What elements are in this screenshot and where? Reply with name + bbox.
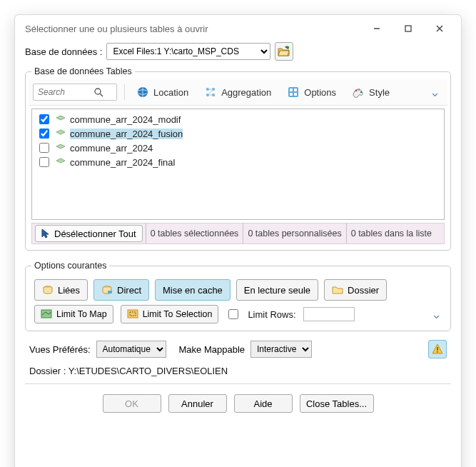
svg-rect-25	[437, 347, 437, 351]
preferred-views-label: Vues Préférés:	[29, 344, 91, 355]
row-checkbox[interactable]	[39, 129, 49, 139]
close-button[interactable]	[424, 18, 455, 39]
maximize-button[interactable]	[393, 18, 424, 39]
table-row[interactable]: commune_arr_2024_modif	[36, 112, 440, 126]
expand-toolbar-icon[interactable]: ⌄	[427, 84, 443, 100]
svg-point-18	[360, 91, 363, 94]
preferred-views-row: Vues Préférés: Automatique Make Mappable…	[25, 336, 451, 360]
table-name: commune_arr_2024	[70, 143, 153, 154]
style-tool[interactable]: Style	[348, 84, 394, 100]
cursor-icon	[41, 229, 50, 238]
make-mappable-select[interactable]: Interactive	[250, 341, 312, 358]
stat-custom: 0 tables personnalisées	[243, 224, 345, 243]
svg-rect-21	[108, 291, 112, 293]
row-checkbox[interactable]	[39, 157, 49, 167]
stat-selected: 0 tables sélectionnées	[146, 224, 243, 243]
svg-rect-14	[290, 93, 293, 96]
options-legend: Options courantes	[31, 261, 109, 271]
close-tables-button[interactable]: Close Tables...	[300, 394, 374, 413]
direct-button[interactable]: Direct	[93, 279, 149, 301]
svg-rect-26	[437, 351, 437, 353]
table-list-footer: Désélectionner Tout 0 tables sélectionné…	[31, 223, 445, 244]
cache-button[interactable]: Mise en cache	[155, 279, 231, 301]
readonly-button[interactable]: En lecture seule	[236, 279, 318, 301]
expand-options-icon[interactable]: ⌄	[431, 306, 442, 322]
folder-path: Dossier : Y:\ETUDES\CARTO_DIVERS\EOLIEN	[25, 360, 451, 379]
database-label: Base de données :	[25, 46, 102, 57]
row-checkbox[interactable]	[39, 114, 49, 124]
options-tool[interactable]: Options	[283, 84, 340, 100]
svg-point-4	[95, 89, 101, 94]
svg-point-16	[355, 90, 358, 92]
tables-legend: Base de données Tables	[31, 66, 135, 76]
layer-icon	[56, 129, 66, 138]
folder-button[interactable]: Dossier	[324, 279, 387, 301]
table-name: commune_arr_2024_final	[70, 157, 175, 168]
help-button[interactable]: Aide	[234, 394, 293, 413]
svg-rect-15	[294, 93, 297, 96]
ok-button[interactable]: OK	[103, 394, 161, 413]
svg-rect-13	[294, 89, 297, 91]
preferred-views-select[interactable]: Automatique	[96, 341, 166, 358]
layer-icon	[56, 144, 66, 152]
minimize-button[interactable]	[361, 18, 393, 39]
limit-to-map-button[interactable]: Limit To Map	[34, 305, 113, 323]
separator	[124, 84, 125, 100]
location-tool[interactable]: Location	[132, 84, 193, 100]
warning-icon	[432, 343, 443, 355]
layer-icon	[56, 158, 66, 166]
table-row[interactable]: commune_arr_2024	[36, 141, 440, 155]
browse-database-button[interactable]	[275, 42, 293, 61]
search-wrap	[33, 84, 117, 101]
table-row[interactable]: commune_arr_2024_fusion	[36, 126, 440, 141]
tables-group: Base de données Tables Location Aggregat…	[25, 66, 451, 251]
limit-rows-label: Limit Rows:	[248, 309, 295, 320]
dialog-window: Sélectionner une ou plusieurs tables à o…	[14, 14, 462, 467]
svg-rect-12	[290, 89, 293, 91]
deselect-all-button[interactable]: Désélectionner Tout	[35, 225, 143, 242]
stat-inlist: 0 tables dans la liste	[346, 224, 436, 243]
linked-button[interactable]: Liées	[34, 279, 88, 301]
table-name: commune_arr_2024_modif	[70, 114, 181, 125]
title-bar: Sélectionner une ou plusieurs tables à o…	[15, 15, 461, 42]
window-title: Sélectionner une ou plusieurs tables à o…	[25, 24, 361, 34]
table-list: commune_arr_2024_modif commune_arr_2024_…	[31, 109, 445, 220]
svg-point-17	[358, 89, 360, 91]
aggregation-tool[interactable]: Aggregation	[200, 84, 275, 100]
svg-rect-1	[405, 26, 411, 31]
svg-line-5	[100, 94, 103, 96]
row-checkbox[interactable]	[39, 143, 49, 153]
warning-button[interactable]	[428, 340, 447, 358]
table-row[interactable]: commune_arr_2024_final	[36, 155, 440, 169]
table-name: commune_arr_2024_fusion	[70, 129, 183, 139]
make-mappable-label: Make Mappable	[179, 344, 245, 355]
search-input[interactable]	[36, 86, 93, 98]
limit-rows-checkbox[interactable]	[228, 309, 238, 319]
database-select[interactable]: Excel Files:1 Y:\carto_MSP_CDS	[106, 43, 270, 60]
search-icon	[93, 87, 103, 97]
footer-buttons: OK Annuler Aide Close Tables...	[25, 384, 451, 424]
limit-rows-input[interactable]	[303, 307, 355, 321]
layer-icon	[56, 115, 66, 124]
options-group: Options courantes Liées Direct Mise en c…	[25, 261, 451, 331]
limit-to-selection-button[interactable]: Limit To Selection	[121, 305, 219, 323]
cancel-button[interactable]: Annuler	[168, 394, 227, 413]
tables-toolbar: Location Aggregation Options Style ⌄	[29, 79, 447, 106]
svg-rect-23	[128, 310, 138, 318]
